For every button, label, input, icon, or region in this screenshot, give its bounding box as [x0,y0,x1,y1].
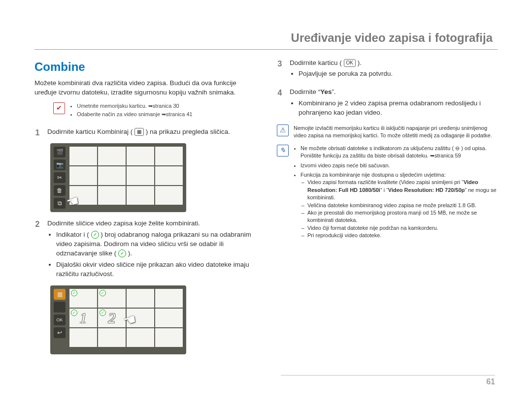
info-item: Izvorni video zapis neće biti sačuvan. [300,162,498,169]
step-body: Dodirnite karticu Kombiniraj ( ▦ ) na pr… [47,127,255,138]
info-icon: ✎ [277,145,289,157]
bullet-item: Dijaloški okvir video sličice nije prika… [56,260,255,279]
photo-mode-icon: 📷 [54,159,66,170]
info-item: Funkcija za kombiniranje nije dostupna u… [300,171,498,240]
thumb-cell [69,166,97,185]
step-number: 3 [277,59,283,81]
precondition-list: Umetnite memorijsku karticu. ➥stranica 3… [70,102,193,120]
precondition-item: Odaberite način za video snimanje ➥stran… [77,111,193,118]
delete-icon: 🗑 [54,185,66,196]
info-text-span: Ne možete obrisati datoteke s indikatoro… [300,145,454,151]
ok-button-icon: OK [344,59,356,67]
thumb-cell-selected: 1 [69,309,97,327]
info-text-span: Funkcija za kombiniranje nije dostupna u… [300,172,446,178]
ok-icon: OK [54,314,66,325]
info-subitem: Ako je preostali dio memorijskog prostor… [307,209,498,224]
columns: Combine Možete kombinirati dva različita… [34,59,498,358]
left-toolbar: 🎬 📷 ✂ 🗑 ⧉ [52,145,67,211]
thumbnail-ui: ▦ OK ↩ 1 2 [50,285,186,354]
precondition-item: Umetnite memorijsku karticu. ➥stranica 3… [77,102,193,110]
thumb-cell [98,186,126,205]
left-toolbar: ▦ OK ↩ [52,287,67,353]
protect-icon: ⊖ [455,145,460,151]
thumb-cell [98,147,126,165]
left-column: Combine Možete kombinirati dva različita… [34,59,255,358]
thumbnail-ui: 🎬 📷 ✂ 🗑 ⧉ . [50,143,186,212]
info-subitem: Video čiji format datoteke nije podržan … [307,224,498,232]
step-body: Dodirnite karticu ( OK ). Pojavljuje se … [290,59,498,81]
thumb-cell [69,186,97,205]
thumb-cell [98,328,126,347]
thumb-cell [155,166,183,185]
step-text: ). [358,59,362,66]
intro-paragraph: Možete kombinirati dva različita video z… [34,79,255,97]
thumb-cell [127,166,154,185]
page-number: 61 [486,376,495,387]
thumb-cell [155,289,183,308]
step-body: Dodirnite sličice video zapisa koje želi… [47,219,255,281]
thumb-cell [155,186,183,205]
info-subitem: Video zapisi formata različite kvalitete… [307,179,498,201]
thumb-cell [127,328,154,347]
bullet-item: Pojavljuje se poruka za potvrdu. [299,69,498,79]
precondition-icon: ✔ [53,102,65,114]
chapter-title: Uređivanje video zapisa i fotografija [34,30,498,49]
thumb-cell [127,289,154,308]
step-2: 2 Dodirnite sličice video zapisa koje že… [34,219,255,281]
thumb-cell [155,328,183,347]
warning-icon: ⚠ [277,125,289,136]
edit-icon: ✂ [54,172,66,183]
step4-bullets: Kombinirano je 2 video zapisa prema odab… [290,99,498,118]
thumb-cell [98,166,126,185]
precondition-box: ✔ Umetnite memorijsku karticu. ➥stranica… [53,102,255,120]
step-1: 1 Dodirnite karticu Kombiniraj ( ▦ ) na … [34,127,255,138]
bullet-text: ). [128,250,132,257]
step-text: Dodirnite karticu ( [290,59,342,66]
step2-bullets: Indikator i ( ✓ ) broj odabranog naloga … [47,230,255,279]
thumb-cell [69,328,97,347]
step-text: ”. [332,88,336,95]
thumb-cell: . [69,147,97,165]
bullet-item: Kombinirano je 2 video zapisa prema odab… [299,99,498,118]
header-rule [34,49,498,50]
page: Uređivanje video zapisa i fotografija Co… [0,0,532,367]
combine-active-icon: ▦ [54,289,66,300]
bullet-text: Indikator i ( [56,231,89,238]
step-text: Dodirnite “ [290,88,320,95]
warning-box: ⚠ Nemojte izvlačiti memorijsku karticu i… [277,125,498,140]
selection-number-2: 2 [108,308,116,328]
right-column: 3 Dodirnite karticu ( OK ). Pojavljuje s… [277,59,498,358]
step-body: Dodirnite “Yes”. Kombinirano je 2 video … [290,88,498,120]
section-title: Combine [34,59,255,75]
yes-label: Yes [320,88,332,95]
thumb-grid: . ☚ [67,145,185,211]
thumb-cell-selected: 2 [98,309,126,327]
info-subitem: Veličina datoteke kombiniranog video zap… [307,202,498,209]
step-number: 4 [277,88,283,120]
info-text: Ne možete obrisati datoteke s indikatoro… [294,145,498,242]
blank-icon [54,302,66,313]
info-subitem: Pri reprodukciji video datoteke. [307,232,498,239]
info-box: ✎ Ne možete obrisati datoteke s indikato… [277,145,498,242]
warning-text: Nemojte izvlačiti memorijsku karticu ili… [294,125,498,140]
thumb-grid: 1 2 ☚ [67,287,185,353]
screenshot-1: 🎬 📷 ✂ 🗑 ⧉ . [50,143,255,212]
combine-icon: ⧉ [54,198,66,209]
thumb-cell [127,309,154,327]
resolution-2: Video Resolution: HD 720/50p [388,187,465,193]
check-icon: ✓ [118,250,126,257]
selection-number-1: 1 [80,308,87,328]
step-number: 2 [34,219,40,281]
back-icon: ↩ [54,327,66,338]
step-text: Dodirnite sličice video zapisa koje želi… [47,219,200,227]
step-text: ) na prikazu pregleda sličica. [146,128,230,135]
info-text-span: ” i “ [380,187,388,193]
thumb-cell [127,147,154,165]
thumb-cell-selected [69,289,97,308]
step-number: 1 [34,127,40,138]
thumb-cell-selected [98,289,126,308]
combine-tab-icon: ▦ [134,128,144,136]
check-icon: ✓ [91,231,99,239]
info-text-span: Video zapisi formata različite kvalitete… [307,179,464,185]
info-item: Ne možete obrisati datoteke s indikatoro… [300,145,498,160]
